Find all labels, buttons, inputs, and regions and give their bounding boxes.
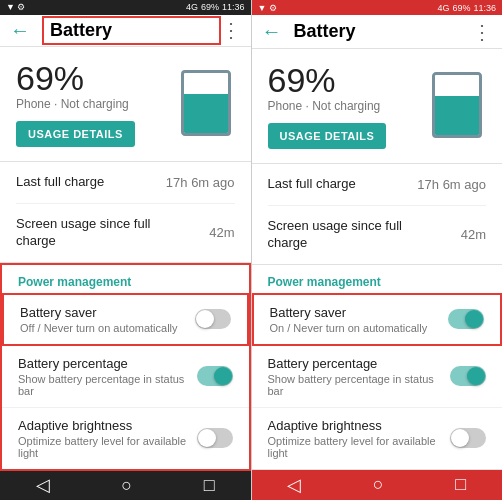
right-battery-pct-toggle[interactable] [450, 366, 486, 386]
left-adaptive-info: Adaptive brightness Optimize battery lev… [18, 418, 197, 459]
left-battery-saver-toggle[interactable] [195, 309, 231, 329]
left-battery-saver-knob [196, 310, 214, 328]
left-battery-pct-info: Battery percentage Show battery percenta… [18, 356, 197, 397]
left-battery-saver-label: Battery saver [20, 305, 178, 320]
left-notification-icons: ▼ ⚙ [6, 2, 25, 12]
right-info-label-0: Last full charge [268, 176, 356, 193]
right-info-value-0: 17h 6m ago [417, 177, 486, 192]
left-info-value-1: 42m [209, 225, 234, 240]
right-status-right: 4G 69% 11:36 [437, 3, 496, 13]
right-battery-visual [432, 72, 482, 138]
left-status-bar: ▼ ⚙ 4G 69% 11:36 [0, 0, 251, 15]
right-battery-saver-row: Battery saver On / Never turn on automat… [252, 293, 503, 346]
left-adaptive-knob [198, 429, 216, 447]
left-menu-button[interactable]: ⋮ [221, 18, 241, 42]
left-info-label-1: Screen usage since full charge [16, 216, 156, 250]
right-power-section: Power management Battery saver On / Neve… [252, 265, 503, 470]
right-battery-pct-sublabel: Show battery percentage in status bar [268, 373, 451, 397]
right-battery-icon [432, 72, 486, 140]
right-nav-home[interactable]: ○ [373, 474, 384, 495]
left-battery-pct: 69% [201, 2, 219, 12]
left-info-section: Last full charge 17h 6m ago Screen usage… [0, 162, 251, 263]
right-usage-details-button[interactable]: USAGE DETAILS [268, 123, 387, 149]
right-bottom-nav: ◁ ○ □ [252, 470, 503, 501]
right-battery-summary: 69% Phone · Not charging USAGE DETAILS [252, 49, 503, 164]
right-battery-fill [435, 96, 479, 135]
right-battery-percent: 69% [268, 63, 387, 97]
left-battery-summary: 69% Phone · Not charging USAGE DETAILS [0, 47, 251, 162]
right-status-left: ▼ ⚙ [258, 3, 277, 13]
right-battery-pct-row: Battery percentage Show battery percenta… [252, 346, 503, 408]
left-battery-fill [184, 94, 228, 133]
left-battery-visual [181, 70, 231, 136]
left-battery-pct-toggle[interactable] [197, 366, 233, 386]
right-toolbar-title: Battery [294, 21, 473, 42]
left-network-icon: 4G [186, 2, 198, 12]
left-back-button[interactable]: ← [10, 19, 30, 42]
left-adaptive-toggle[interactable] [197, 428, 233, 448]
left-nav-home[interactable]: ○ [121, 475, 132, 496]
left-battery-saver-row: Battery saver Off / Never turn on automa… [2, 293, 249, 346]
right-battery-saver-label: Battery saver [270, 305, 428, 320]
right-section-header: Power management [252, 265, 503, 293]
right-info-section: Last full charge 17h 6m ago Screen usage… [252, 164, 503, 265]
left-battery-pct-label: Battery percentage [18, 356, 197, 371]
right-adaptive-label: Adaptive brightness [268, 418, 451, 433]
right-info-value-1: 42m [461, 227, 486, 242]
left-toolbar-title: Battery [42, 16, 221, 45]
right-notification-icons: ▼ ⚙ [258, 3, 277, 13]
left-time: 11:36 [222, 2, 245, 12]
left-usage-details-button[interactable]: USAGE DETAILS [16, 121, 135, 147]
right-battery-pct-status: 69% [452, 3, 470, 13]
right-battery-saver-info: Battery saver On / Never turn on automat… [270, 305, 428, 334]
left-bottom-nav: ◁ ○ □ [0, 471, 251, 500]
right-battery-pct-knob [467, 367, 485, 385]
left-battery-status: Phone · Not charging [16, 97, 135, 111]
right-info-row-1: Screen usage since full charge 42m [268, 206, 487, 264]
right-battery-saver-knob [465, 310, 483, 328]
left-battery-saver-sublabel: Off / Never turn on automatically [20, 322, 178, 334]
right-battery-saver-toggle[interactable] [448, 309, 484, 329]
right-status-bar: ▼ ⚙ 4G 69% 11:36 [252, 0, 503, 15]
left-battery-icon [181, 70, 235, 138]
left-battery-saver-info: Battery saver Off / Never turn on automa… [20, 305, 178, 334]
left-status-right: 4G 69% 11:36 [186, 2, 245, 12]
left-section-header: Power management [2, 265, 249, 293]
right-adaptive-info: Adaptive brightness Optimize battery lev… [268, 418, 451, 459]
left-toolbar: ← Battery ⋮ [0, 15, 251, 47]
right-info-row-0: Last full charge 17h 6m ago [268, 164, 487, 206]
right-time: 11:36 [473, 3, 496, 13]
left-info-row-0: Last full charge 17h 6m ago [16, 162, 235, 204]
right-battery-pct-info: Battery percentage Show battery percenta… [268, 356, 451, 397]
right-menu-button[interactable]: ⋮ [472, 20, 492, 44]
left-status-left: ▼ ⚙ [6, 2, 25, 12]
right-back-button[interactable]: ← [262, 20, 282, 43]
right-nav-recent[interactable]: □ [455, 474, 466, 495]
left-info-value-0: 17h 6m ago [166, 175, 235, 190]
left-power-section: Power management Battery saver Off / Nev… [0, 263, 251, 471]
left-info-row-1: Screen usage since full charge 42m [16, 204, 235, 262]
left-nav-recent[interactable]: □ [204, 475, 215, 496]
right-adaptive-knob [451, 429, 469, 447]
right-battery-saver-sublabel: On / Never turn on automatically [270, 322, 428, 334]
left-battery-info: 69% Phone · Not charging USAGE DETAILS [16, 61, 135, 147]
left-battery-percent: 69% [16, 61, 135, 95]
left-nav-back[interactable]: ◁ [36, 474, 50, 496]
right-adaptive-row: Adaptive brightness Optimize battery lev… [252, 408, 503, 469]
left-battery-pct-row: Battery percentage Show battery percenta… [2, 346, 249, 408]
left-adaptive-row: Adaptive brightness Optimize battery lev… [2, 408, 249, 469]
right-adaptive-toggle[interactable] [450, 428, 486, 448]
right-adaptive-sublabel: Optimize battery level for available lig… [268, 435, 451, 459]
right-nav-back[interactable]: ◁ [287, 474, 301, 496]
left-battery-pct-knob [214, 367, 232, 385]
right-panel: ▼ ⚙ 4G 69% 11:36 ← Battery ⋮ 69% Phone ·… [252, 0, 503, 500]
left-adaptive-label: Adaptive brightness [18, 418, 197, 433]
right-battery-info: 69% Phone · Not charging USAGE DETAILS [268, 63, 387, 149]
left-panel: ▼ ⚙ 4G 69% 11:36 ← Battery ⋮ 69% Phone ·… [0, 0, 251, 500]
right-battery-status: Phone · Not charging [268, 99, 387, 113]
right-battery-pct-label: Battery percentage [268, 356, 451, 371]
right-toolbar: ← Battery ⋮ [252, 15, 503, 49]
left-adaptive-sublabel: Optimize battery level for available lig… [18, 435, 197, 459]
right-network-icon: 4G [437, 3, 449, 13]
left-info-label-0: Last full charge [16, 174, 104, 191]
